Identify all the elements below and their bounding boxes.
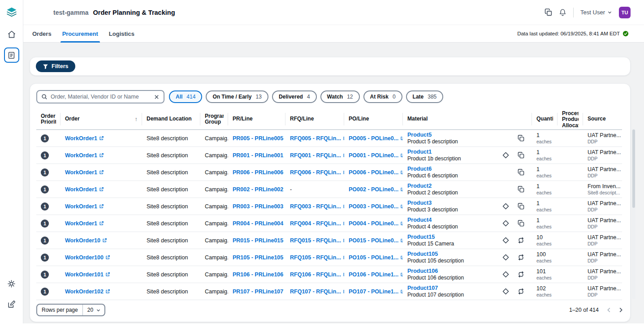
rfq-line-link[interactable]: RFQ105 - RFQLin... <box>290 254 344 261</box>
sidebar-item-orders-active[interactable] <box>4 47 19 63</box>
material-link[interactable]: Product106 <box>407 268 438 274</box>
order-link[interactable]: WorkOrder10 <box>65 237 107 244</box>
table-scrollbar-thumb[interactable] <box>632 129 635 208</box>
home-icon[interactable] <box>4 27 19 42</box>
alert-diamond-icon[interactable] <box>502 271 509 278</box>
copy-icon[interactable] <box>518 220 524 227</box>
material-link[interactable]: Product15 <box>407 234 435 240</box>
table-row[interactable]: 1 WorkOrder1 Site8 description Campaig..… <box>36 130 622 147</box>
alert-diamond-icon[interactable] <box>502 152 509 159</box>
substitution-swap-icon[interactable] <box>518 237 524 244</box>
po-line-link[interactable]: PO001 - POLine0... <box>349 152 403 159</box>
col-header-source[interactable]: Source <box>583 109 622 130</box>
material-link[interactable]: Product6 <box>407 166 432 172</box>
substitution-swap-icon[interactable] <box>518 288 524 295</box>
table-row[interactable]: 1 WorkOrder1 Site8 description Campaig..… <box>36 198 622 215</box>
rows-per-page-select[interactable]: Rows per page 20 <box>36 304 105 316</box>
order-link[interactable]: WorkOrder1 <box>65 203 104 210</box>
search-input[interactable] <box>51 94 151 100</box>
col-header-po-line[interactable]: PO/Line <box>344 109 403 130</box>
material-link[interactable]: Product105 <box>407 251 438 257</box>
tab-logistics[interactable]: Logistics <box>104 25 140 42</box>
status-filter-chip[interactable]: On Time / Early 13 <box>206 90 268 103</box>
order-link[interactable]: WorkOrder102 <box>65 288 110 295</box>
order-link[interactable]: WorkOrder1 <box>65 135 104 142</box>
table-row[interactable]: 1 WorkOrder1 Site8 description Campaig..… <box>36 215 622 232</box>
status-filter-chip[interactable]: Delivered 4 <box>272 90 317 103</box>
col-header-order-priority[interactable]: Order Priority <box>36 109 61 130</box>
pr-line-link[interactable]: PR006 - PRLine006 <box>233 169 285 176</box>
rfq-line-link[interactable]: RFQ003 - RFQLin... <box>290 203 344 210</box>
table-row[interactable]: 1 WorkOrder101 Site8 description Campaig… <box>36 266 622 283</box>
table-row[interactable]: 1 WorkOrder1 Site8 description Campaig..… <box>36 181 622 198</box>
pr-line-link[interactable]: PR003 - PRLine003 <box>233 203 285 210</box>
material-link[interactable]: Product2 <box>407 183 432 189</box>
copy-icon[interactable] <box>545 9 552 16</box>
order-link[interactable]: WorkOrder1 <box>65 186 104 193</box>
sort-ascending-icon[interactable]: ↑ <box>135 116 138 123</box>
chevron-left-icon[interactable] <box>606 307 612 313</box>
table-row[interactable]: 1 WorkOrder1 Site8 description Campaig..… <box>36 164 622 181</box>
table-scrollbar[interactable] <box>632 129 635 299</box>
status-filter-chip[interactable]: All 414 <box>169 90 202 103</box>
tab-orders[interactable]: Orders <box>27 25 57 42</box>
tab-procurement[interactable]: Procurement <box>57 25 104 42</box>
pr-line-link[interactable]: PR105 - PRLine105 <box>233 254 285 261</box>
table-row[interactable]: 1 WorkOrder1 Site8 description Campaig..… <box>36 147 622 164</box>
copy-icon[interactable] <box>518 203 524 210</box>
status-filter-chip[interactable]: At Risk 0 <box>363 90 402 103</box>
col-header-pr-line[interactable]: PR/Line <box>228 109 285 130</box>
copy-icon[interactable] <box>518 169 524 176</box>
notifications-bell-icon[interactable] <box>559 9 566 16</box>
substitution-swap-icon[interactable] <box>518 254 524 261</box>
col-header-demand-location[interactable]: Demand Location <box>142 109 200 130</box>
rfq-line-link[interactable]: RFQ015 - RFQLin... <box>290 237 344 244</box>
pr-line-link[interactable]: PR015 - PRLine015 <box>233 237 285 244</box>
po-line-link[interactable]: PO015 - POLine0... <box>349 237 403 244</box>
table-row[interactable]: 1 WorkOrder100 Site8 description Campaig… <box>36 249 622 266</box>
pr-line-link[interactable]: PR005 - PRLine005 <box>233 135 285 142</box>
material-link[interactable]: Product3 <box>407 200 432 206</box>
material-link[interactable]: Product4 <box>407 217 432 223</box>
col-header-quantity[interactable]: Quantity <box>532 109 558 130</box>
pr-line-link[interactable]: PR106 - PRLine106 <box>233 271 285 278</box>
po-line-link[interactable]: PO106 - POLine1... <box>349 271 403 278</box>
copy-icon[interactable] <box>518 135 524 142</box>
col-header-process-product-allocation-type[interactable]: Process Product Allocation Type <box>558 109 583 130</box>
substitution-swap-icon[interactable] <box>518 271 524 278</box>
rfq-line-link[interactable]: RFQ001 - RFQLin... <box>290 152 344 159</box>
order-link[interactable]: WorkOrder100 <box>65 254 110 261</box>
table-row[interactable]: 1 WorkOrder102 Site8 description Campaig… <box>36 283 622 300</box>
po-line-link[interactable]: PO003 - POLine0... <box>349 203 403 210</box>
clear-x-icon[interactable] <box>154 94 160 100</box>
rfq-line-link[interactable]: RFQ005 - RFQLin... <box>290 135 344 142</box>
pr-line-link[interactable]: PR002 - PRLine002 <box>233 186 285 193</box>
col-header-material[interactable]: Material <box>403 109 532 130</box>
po-line-link[interactable]: PO002 - POLine0... <box>349 186 403 193</box>
order-link[interactable]: WorkOrder101 <box>65 271 110 278</box>
order-link[interactable]: WorkOrder1 <box>65 220 104 227</box>
po-line-link[interactable]: PO105 - POLine1... <box>349 254 403 261</box>
pr-line-link[interactable]: PR107 - PRLine107 <box>233 288 285 295</box>
order-link[interactable]: WorkOrder1 <box>65 152 104 159</box>
po-line-link[interactable]: PO004 - POLine0... <box>349 220 403 227</box>
alert-diamond-icon[interactable] <box>502 237 509 244</box>
material-link[interactable]: Product5 <box>407 132 432 138</box>
rfq-line-link[interactable]: RFQ106 - RFQLin... <box>290 271 344 278</box>
filters-button[interactable]: Filters <box>36 60 75 72</box>
feedback-edit-icon[interactable] <box>4 297 19 312</box>
rfq-line-link[interactable]: RFQ004 - RFQLin... <box>290 220 344 227</box>
avatar[interactable]: TU <box>619 7 631 18</box>
status-filter-chip[interactable]: Late 385 <box>406 90 444 103</box>
user-menu[interactable]: Test User <box>580 9 612 16</box>
copy-icon[interactable] <box>518 186 524 193</box>
pr-line-link[interactable]: PR001 - PRLine001 <box>233 152 285 159</box>
alert-diamond-icon[interactable] <box>502 220 509 227</box>
col-header-rfq-line[interactable]: RFQ/Line <box>285 109 344 130</box>
col-header-order[interactable]: Order ↑ <box>61 109 142 130</box>
status-filter-chip[interactable]: Watch 12 <box>320 90 360 103</box>
table-row[interactable]: 1 WorkOrder10 Site8 description Campaig.… <box>36 232 622 249</box>
po-line-link[interactable]: PO006 - POLine0... <box>349 169 403 176</box>
col-header-program-group[interactable]: Program Group <box>200 109 228 130</box>
material-link[interactable]: Product1 <box>407 149 432 155</box>
